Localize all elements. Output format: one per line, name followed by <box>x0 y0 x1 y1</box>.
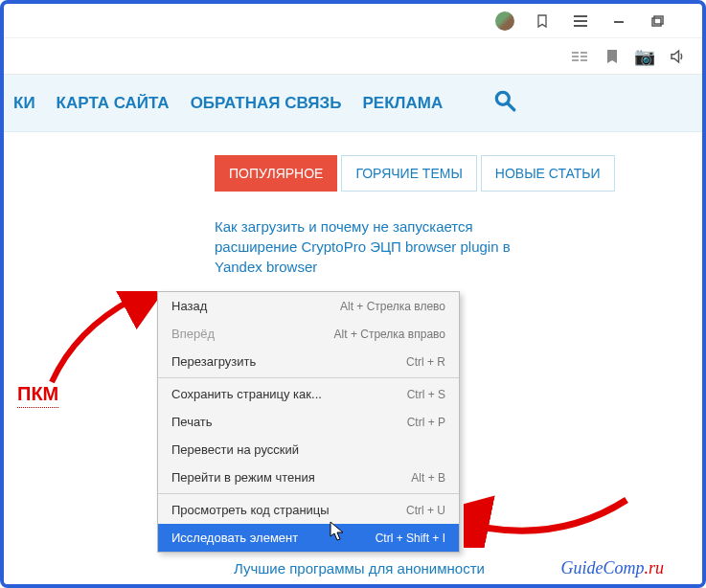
profile-avatar[interactable] <box>495 11 514 31</box>
context-menu: Назад Alt + Стрелка влево Вперёд Alt + С… <box>157 291 460 553</box>
ctx-separator <box>158 493 459 494</box>
ctx-shortcut: Ctrl + U <box>406 504 445 517</box>
ctx-shortcut: Ctrl + S <box>407 388 445 401</box>
annotation-pkm-label: ПКМ <box>17 383 58 408</box>
ctx-label: Вперёд <box>171 327 215 341</box>
ctx-inspect-element[interactable]: Исследовать элемент Ctrl + Shift + I <box>158 524 459 552</box>
extension-camera-icon[interactable]: 📷 <box>635 47 654 66</box>
ctx-forward: Вперёд Alt + Стрелка вправо <box>158 320 459 348</box>
ctx-label: Назад <box>171 299 207 313</box>
menu-icon[interactable] <box>570 11 591 32</box>
reader-mode-icon[interactable] <box>570 47 589 66</box>
ctx-reload[interactable]: Перезагрузить Ctrl + R <box>158 348 459 375</box>
search-icon[interactable] <box>492 88 517 118</box>
ctx-shortcut: Alt + Стрелка влево <box>340 300 445 313</box>
ctx-label: Перевести на русский <box>171 442 299 457</box>
ctx-label: Перезагрузить <box>171 354 256 369</box>
ctx-shortcut: Alt + Стрелка вправо <box>334 328 445 341</box>
ctx-print[interactable]: Печать Ctrl + P <box>158 408 459 436</box>
ctx-shortcut: Ctrl + Shift + I <box>376 531 445 545</box>
article-link[interactable]: Как загрузить и почему не запускается ра… <box>215 216 540 277</box>
ctx-label: Печать <box>171 415 213 429</box>
ctx-shortcut: Alt + B <box>411 471 445 485</box>
ctx-label: Перейти в режим чтения <box>171 470 315 485</box>
footer-article-link[interactable]: Лучшие программы для анонимности <box>234 560 485 577</box>
maximize-icon[interactable] <box>647 11 668 32</box>
ctx-translate[interactable]: Перевести на русский <box>158 436 459 464</box>
ctx-back[interactable]: Назад Alt + Стрелка влево <box>158 292 459 320</box>
ctx-shortcut: Ctrl + P <box>407 416 445 429</box>
nav-item-ads[interactable]: РЕКЛАМА <box>362 94 443 113</box>
sound-icon[interactable] <box>668 47 687 66</box>
bookmark-icon[interactable] <box>532 11 553 32</box>
minimize-icon[interactable] <box>608 11 629 32</box>
content-tabs: ПОПУЛЯРНОЕ ГОРЯЧИЕ ТЕМЫ НОВЫЕ СТАТЬИ <box>215 155 702 192</box>
ctx-reader-mode[interactable]: Перейти в режим чтения Alt + B <box>158 464 459 491</box>
browser-toolbar: 📷 <box>4 38 702 75</box>
bookmark-page-icon[interactable] <box>603 47 622 66</box>
watermark-text: GuideComp <box>560 558 644 577</box>
ctx-label: Просмотреть код страницы <box>171 503 330 517</box>
ctx-separator <box>158 377 459 378</box>
nav-item-feedback[interactable]: ОБРАТНАЯ СВЯЗЬ <box>191 94 342 113</box>
ctx-label: Исследовать элемент <box>171 531 298 545</box>
ctx-shortcut: Ctrl + R <box>406 355 445 369</box>
nav-item-sitemap[interactable]: КАРТА САЙТА <box>57 94 170 113</box>
site-nav: КИ КАРТА САЙТА ОБРАТНАЯ СВЯЗЬ РЕКЛАМА <box>4 75 702 132</box>
browser-titlebar <box>4 4 702 38</box>
ctx-view-source[interactable]: Просмотреть код страницы Ctrl + U <box>158 496 459 524</box>
svg-line-13 <box>508 103 514 110</box>
watermark: GuideComp.ru <box>560 558 664 578</box>
tab-new[interactable]: НОВЫЕ СТАТЬИ <box>481 155 615 192</box>
tab-popular[interactable]: ПОПУЛЯРНОЕ <box>215 155 337 192</box>
tab-hot[interactable]: ГОРЯЧИЕ ТЕМЫ <box>341 155 476 192</box>
ctx-label: Сохранить страницу как... <box>171 387 322 401</box>
ctx-save-as[interactable]: Сохранить страницу как... Ctrl + S <box>158 380 459 408</box>
watermark-suffix: .ru <box>644 558 664 577</box>
nav-item-partial[interactable]: КИ <box>13 94 35 113</box>
